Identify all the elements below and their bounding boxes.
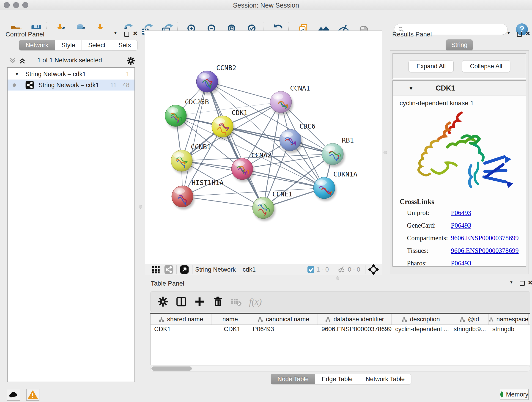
cell-namespace[interactable]: stringdb	[489, 325, 529, 335]
gear-icon[interactable]	[126, 56, 136, 65]
crosslink-row: Compartments:9606.ENSP00000378699	[399, 234, 519, 242]
tab-network-table[interactable]: Network Table	[359, 374, 412, 384]
horizontal-scrollbar[interactable]	[150, 366, 530, 371]
cell-description[interactable]: cyclin-dependent ...	[392, 325, 450, 335]
column-header-database-identifier[interactable]: database identifier	[318, 314, 392, 325]
cell-database-identifier[interactable]: 9606.ENSP00000378699	[318, 325, 392, 335]
cell-canonical-name[interactable]: P06493	[249, 325, 318, 335]
gene-card: ▼ CDK1 cyclin-dependent kinase 1	[393, 80, 526, 267]
cloud-button[interactable]	[7, 389, 20, 401]
tab-string[interactable]: String	[446, 39, 473, 51]
column-header-shared-name[interactable]: shared name	[151, 314, 211, 325]
node-label-CDKN1A: CDKN1A	[333, 170, 357, 178]
edge-CDK1-RB1[interactable]	[222, 127, 333, 154]
node-CCNB2[interactable]	[196, 71, 219, 95]
table-panel: Table Panel ▼ ×	[148, 276, 532, 390]
node-label-CCNA2: CCNA2	[251, 151, 271, 159]
warning-icon	[28, 390, 38, 400]
memory-label: Memory	[506, 391, 528, 398]
node-HIST1H1A[interactable]	[172, 186, 195, 210]
crosslink-label: Compartments:	[407, 234, 451, 242]
tree-column-icon	[401, 317, 407, 322]
crosshair-icon[interactable]	[368, 264, 379, 275]
crosslink-link[interactable]: P06493	[451, 209, 471, 217]
network-view-title: String Network – cdk1	[195, 266, 256, 273]
column-header-description[interactable]: description	[392, 314, 450, 325]
tab-edge-table[interactable]: Edge Table	[315, 374, 359, 384]
window-close-icon[interactable]: ×	[528, 280, 532, 285]
column-label: shared name	[167, 316, 203, 323]
node-CCNA2[interactable]	[231, 158, 254, 182]
tab-style[interactable]: Style	[55, 40, 82, 51]
cell-name[interactable]: CDK1	[211, 325, 249, 335]
crosslink-row: Pharos:P06493	[399, 259, 519, 267]
column-header-@id[interactable]: @id	[450, 314, 489, 325]
columns-icon[interactable]	[175, 296, 187, 307]
gene-card-header[interactable]: ▼ CDK1	[393, 81, 526, 96]
crosslink-link[interactable]: P06493	[451, 259, 471, 267]
panel-menu-icon[interactable]: ▼	[510, 280, 513, 284]
share-network-icon[interactable]	[164, 265, 174, 274]
expand-all-button[interactable]: Expand All	[409, 60, 454, 72]
string-network-graph[interactable]: CCNB2 CCNA1 CDC25B CDK1 CDC6	[145, 31, 382, 264]
column-header-namespace[interactable]: namespace	[489, 314, 529, 325]
trash-icon[interactable]	[212, 296, 224, 307]
birdseye-icon[interactable]	[179, 264, 190, 274]
grid-view-icon[interactable]	[151, 265, 160, 274]
panel-menu-icon[interactable]: ▼	[114, 31, 117, 35]
scrollbar-thumb[interactable]	[152, 366, 192, 370]
table-row[interactable]: CDK1CDK1P064939606.ENSP00000378699cyclin…	[151, 325, 530, 335]
tab-sets[interactable]: Sets	[112, 40, 138, 51]
share-network-icon	[25, 80, 34, 89]
window-float-icon[interactable]	[124, 32, 129, 37]
splitter-handle[interactable]	[384, 151, 387, 154]
network-collection-row[interactable]: ▼ String Network – cdk1 1	[7, 69, 134, 80]
triangle-collapse-icon[interactable]: ▼	[408, 85, 414, 91]
crosslink-label: Uniprot:	[407, 209, 451, 217]
window-close-icon[interactable]: ×	[526, 31, 530, 36]
memory-button[interactable]: Memory	[500, 389, 529, 400]
network-row-selected[interactable]: String Network – cdk1 11 48	[7, 80, 134, 90]
crosslink-label: Pharos:	[407, 259, 451, 267]
node-CCNA1[interactable]	[270, 91, 293, 115]
results-body: Expand All Collapse All ▼ CDK1 cyclin-de…	[390, 51, 529, 274]
column-header-canonical-name[interactable]: canonical name	[249, 314, 318, 325]
network-view-toolbar: String Network – cdk1 1 - 0 0 - 0	[145, 264, 382, 275]
column-header-name[interactable]: name	[211, 314, 249, 325]
tab-network[interactable]: Network	[19, 40, 55, 51]
gear-icon[interactable]	[157, 296, 169, 307]
crosslink-link[interactable]: 9606.ENSP00000378699	[451, 247, 519, 254]
window-float-icon[interactable]	[517, 32, 522, 37]
tab-node-table[interactable]: Node Table	[271, 374, 315, 384]
results-panel: Results Panel ▼ × String Expand All Coll…	[389, 29, 529, 274]
splitter-handle[interactable]	[139, 205, 142, 209]
triangle-collapse-icon[interactable]: ▼	[14, 71, 19, 77]
network-label: String Network – cdk1	[38, 82, 99, 89]
node-label-CCNB2: CCNB2	[216, 64, 236, 72]
panel-menu-icon[interactable]: ▼	[507, 31, 510, 35]
window-float-icon[interactable]	[520, 281, 525, 286]
node-CDC6[interactable]	[279, 129, 302, 153]
checkbox-checked-icon[interactable]	[307, 266, 315, 273]
collapse-all-button[interactable]: Collapse All	[462, 60, 510, 72]
titlebar: Session: New Session	[0, 0, 532, 10]
node-RB1[interactable]	[322, 143, 345, 167]
cell-@id[interactable]: stringdb:9...	[450, 325, 489, 335]
node-CDKN1A[interactable]	[313, 177, 336, 201]
edge-HIST1H1A-CCNE1[interactable]	[182, 196, 263, 208]
window-close-icon[interactable]: ×	[133, 31, 138, 36]
memory-dot-icon	[500, 391, 503, 397]
edge-CCNA2-CDKN1A[interactable]	[242, 169, 324, 188]
crosslink-link[interactable]: P06493	[451, 222, 471, 229]
tab-select[interactable]: Select	[82, 40, 112, 51]
function-icon: f(x)	[249, 296, 262, 307]
node-CDC25B[interactable]	[165, 105, 188, 129]
warning-button[interactable]	[26, 389, 39, 401]
network-canvas[interactable]: CCNB2 CCNA1 CDC25B CDK1 CDC6	[145, 31, 382, 264]
cell-shared-name[interactable]: CDK1	[151, 325, 211, 335]
add-column-icon[interactable]	[194, 296, 206, 307]
crosslink-link[interactable]: 9606.ENSP00000378699	[451, 234, 519, 242]
results-actions: Expand All Collapse All	[393, 53, 526, 79]
node-CDK1[interactable]	[212, 116, 234, 140]
gene-description: cyclin-dependent kinase 1	[399, 99, 526, 107]
